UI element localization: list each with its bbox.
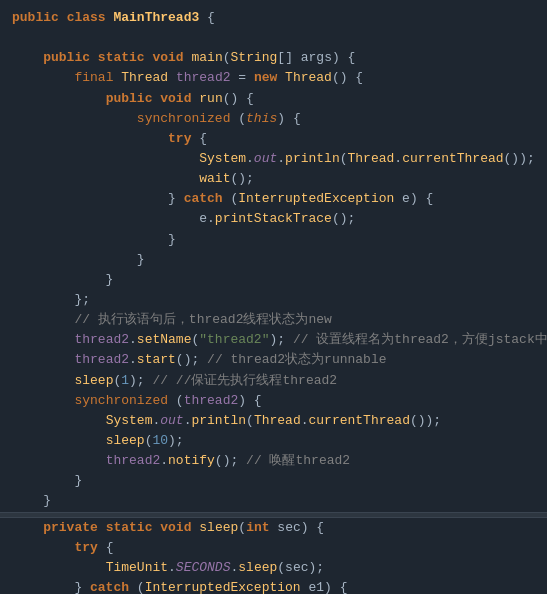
line-sync-this: synchronized (this) { [0, 109, 547, 129]
line-timeunit: TimeUnit.SECONDS.sleep(sec); [0, 558, 547, 578]
line-sleep-method: private static void sleep(int sec) { [0, 518, 547, 538]
line-close2: } [0, 250, 547, 270]
line-thread2: final Thread thread2 = new Thread() { [0, 68, 547, 88]
line-close3: } [0, 270, 547, 290]
line-blank-1 [0, 28, 547, 48]
line-e-print1: e.printStackTrace(); [0, 209, 547, 229]
line-try: try { [0, 129, 547, 149]
line-sync-thread2: synchronized (thread2) { [0, 391, 547, 411]
line-catch2: } catch (InterruptedException e1) { [0, 578, 547, 594]
line-setname: thread2.setName("thread2"); // 设置线程名为thr… [0, 330, 547, 350]
line-catch1: } catch (InterruptedException e) { [0, 189, 547, 209]
line-sleep1: sleep(1); // //保证先执行线程thread2 [0, 371, 547, 391]
line-start: thread2.start(); // thread2状态为runnable [0, 350, 547, 370]
line-comment-new: // 执行该语句后，thread2线程状态为new [0, 310, 547, 330]
line-println2: System.out.println(Thread.currentThread(… [0, 411, 547, 431]
line-sleep10: sleep(10); [0, 431, 547, 451]
line-close6: } [0, 491, 547, 511]
line-close4: }; [0, 290, 547, 310]
line-println1: System.out.println(Thread.currentThread(… [0, 149, 547, 169]
line-close1: } [0, 230, 547, 250]
line-notify: thread2.notify(); // 唤醒thread2 [0, 451, 547, 471]
line-try2: try { [0, 538, 547, 558]
line-wait: wait(); [0, 169, 547, 189]
line-run: public void run() { [0, 89, 547, 109]
code-editor: public class MainThread3 { public static… [0, 0, 547, 594]
line-1: public class MainThread3 { [0, 8, 547, 28]
line-main: public static void main(String[] args) { [0, 48, 547, 68]
line-close5: } [0, 471, 547, 491]
